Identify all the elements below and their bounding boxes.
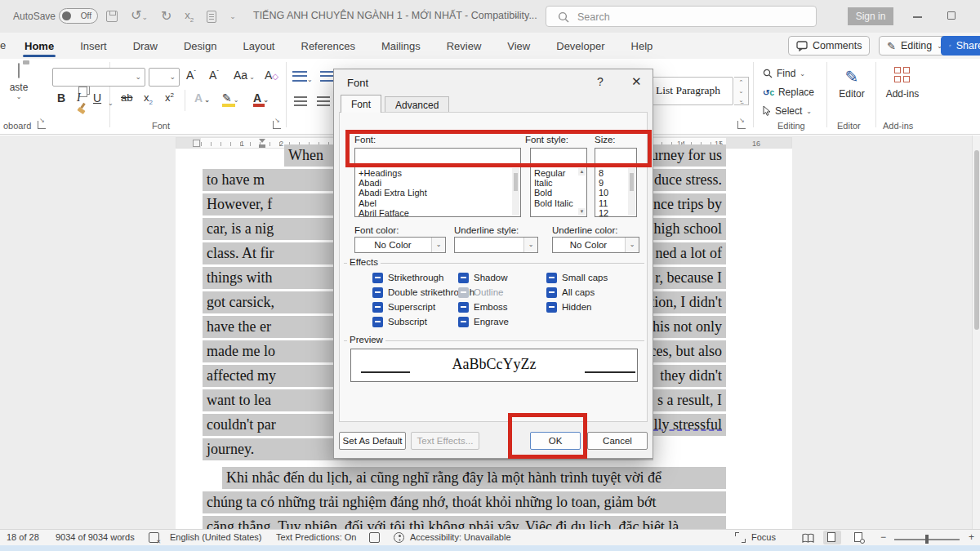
superscript-button[interactable]: x2: [165, 91, 174, 104]
effect-option[interactable]: Hidden: [546, 301, 608, 313]
focus-button[interactable]: Focus: [751, 532, 776, 542]
page-indicator[interactable]: 18 of 28: [7, 532, 39, 542]
restore-icon[interactable]: [947, 11, 956, 20]
underline-color-dropdown[interactable]: No Color ⌄: [552, 237, 639, 253]
font-list[interactable]: +HeadingsAbadiAbadi Extra LightAbelAbril…: [354, 167, 521, 217]
font-style-list-item[interactable]: Bold Italic: [531, 198, 586, 208]
title-dropdown-icon[interactable]: ⌄: [513, 11, 519, 20]
bullets-button[interactable]: ⌄: [292, 70, 313, 85]
ribbon-tab[interactable]: Home: [23, 35, 56, 57]
scrollbar-thumb[interactable]: [974, 150, 979, 330]
save-icon[interactable]: [106, 11, 118, 22]
addins-button[interactable]: Add-ins: [880, 67, 924, 100]
underline-button[interactable]: U: [93, 91, 101, 104]
dialog-tab-font[interactable]: Font: [341, 95, 381, 113]
text-predictions-icon[interactable]: [369, 532, 380, 543]
editor-button[interactable]: ✎ Editor: [830, 67, 874, 100]
zoom-slider-thumb[interactable]: [925, 535, 929, 544]
qat-customize-icon[interactable]: ⌄: [229, 12, 236, 20]
ribbon-tab[interactable]: Help: [630, 35, 655, 57]
align-left-button[interactable]: [294, 95, 307, 109]
tab-selector-icon[interactable]: [193, 140, 200, 147]
paste-button[interactable]: aste ⌄: [3, 64, 34, 121]
effect-checkbox[interactable]: [546, 273, 557, 283]
effect-checkbox[interactable]: [372, 302, 383, 313]
print-layout-button[interactable]: [823, 531, 841, 544]
font-style-list-item[interactable]: Italic: [531, 178, 586, 188]
read-mode-button[interactable]: [802, 531, 814, 544]
text-predictions-indicator[interactable]: Text Predictions: On: [276, 532, 356, 542]
selected-text-vietnamese-paragraph[interactable]: Khi nhắc đến du lịch, ai cũng nghĩ rằng …: [203, 467, 726, 529]
ribbon-tab[interactable]: Review: [445, 35, 483, 57]
font-style-list-item[interactable]: Bold: [531, 188, 586, 198]
ribbon-tab[interactable]: Design: [182, 35, 218, 57]
font-color-dropdown[interactable]: No Color ⌄: [354, 237, 446, 253]
dialog-tab-advanced[interactable]: Advanced: [385, 96, 449, 113]
cancel-button[interactable]: Cancel: [587, 432, 648, 450]
shrink-font-button[interactable]: Aˇ: [209, 69, 219, 82]
autosave-toggle[interactable]: Off: [59, 8, 98, 24]
ribbon-tab[interactable]: Draw: [131, 35, 159, 57]
font-list-item[interactable]: +Headings: [355, 168, 520, 178]
effect-checkbox[interactable]: [546, 287, 557, 298]
strikethrough-button[interactable]: ab: [121, 91, 132, 104]
sign-in-button[interactable]: Sign in: [848, 7, 893, 25]
paste-qat-icon[interactable]: [207, 11, 216, 23]
language-indicator[interactable]: English (United States): [170, 532, 262, 542]
style-gallery-item[interactable]: List Paragraph: [647, 77, 733, 105]
effect-checkbox[interactable]: [458, 287, 469, 298]
zoom-out-button[interactable]: −: [880, 531, 886, 543]
highlight-color-button[interactable]: ✎⌄: [222, 91, 238, 104]
effect-option[interactable]: Engrave: [458, 316, 509, 327]
clipboard-dialog-launcher-icon[interactable]: [38, 121, 46, 129]
text-effects-button[interactable]: Text Effects...: [411, 432, 479, 450]
redo-icon[interactable]: ↻: [161, 8, 172, 24]
font-list-item[interactable]: Abadi Extra Light: [355, 188, 520, 198]
font-name-combo[interactable]: ⌄: [52, 68, 145, 87]
font-color-button[interactable]: A⌄: [253, 91, 269, 104]
effect-option[interactable]: All caps: [546, 287, 608, 298]
effect-checkbox[interactable]: [372, 273, 383, 283]
set-as-default-button[interactable]: Set As Default: [339, 432, 406, 450]
effect-option[interactable]: Emboss: [458, 301, 509, 313]
underline-options-icon[interactable]: ⌄: [106, 95, 114, 108]
effect-checkbox[interactable]: [546, 302, 557, 313]
vertical-scrollbar[interactable]: [972, 136, 980, 529]
font-dialog-launcher-icon[interactable]: [273, 121, 281, 129]
accessibility-status[interactable]: Accessibility: Unavailable: [410, 532, 511, 542]
effect-option[interactable]: Small caps: [546, 272, 608, 283]
effect-checkbox[interactable]: [458, 302, 469, 313]
select-button[interactable]: Select ⌄: [763, 105, 812, 117]
document-text-line[interactable]: chúng ta có những trải nghiệm đáng nhớ, …: [203, 491, 726, 513]
scroll-down-icon[interactable]: ▼: [578, 208, 586, 216]
scroll-up-icon[interactable]: ▲: [578, 168, 586, 176]
ribbon-tab[interactable]: References: [300, 35, 357, 57]
font-list-item[interactable]: Abril Fatface: [355, 208, 520, 217]
font-style-list[interactable]: ▲ ▼ RegularItalicBoldBold Italic: [530, 167, 587, 217]
ribbon-tab[interactable]: Developer: [555, 35, 606, 57]
undo-icon[interactable]: ↺⌄: [131, 7, 148, 25]
font-size-list[interactable]: 89101112: [595, 167, 637, 217]
align-center-button[interactable]: [317, 95, 330, 109]
format-painter-icon[interactable]: [77, 103, 88, 114]
bold-button[interactable]: B: [57, 91, 65, 104]
clear-formatting-button[interactable]: A◇: [265, 69, 278, 82]
find-button[interactable]: Find ⌄: [763, 68, 805, 79]
effect-checkbox[interactable]: [372, 317, 383, 327]
zoom-in-button[interactable]: +: [969, 531, 974, 543]
share-button[interactable]: Share: [941, 36, 980, 56]
effect-checkbox[interactable]: [372, 287, 383, 298]
minimize-icon[interactable]: [913, 16, 922, 18]
italic-button[interactable]: I: [77, 91, 81, 104]
grow-font-button[interactable]: Aˆ: [186, 69, 196, 82]
ribbon-tab[interactable]: Mailings: [380, 35, 422, 57]
search-input[interactable]: Search: [546, 6, 817, 27]
file-tab-partial[interactable]: e: [0, 39, 6, 51]
font-list-item[interactable]: Abadi: [355, 178, 520, 188]
list-scrollbar[interactable]: [512, 168, 519, 216]
underline-style-dropdown[interactable]: ⌄: [454, 237, 538, 253]
editing-mode-button[interactable]: ✎ Editing ⌄: [879, 36, 951, 56]
proofing-status-icon[interactable]: [149, 532, 159, 543]
style-gallery-arrows[interactable]: ⌃⌄⌄̲: [734, 77, 749, 105]
word-count[interactable]: 9034 of 9034 words: [56, 532, 135, 542]
